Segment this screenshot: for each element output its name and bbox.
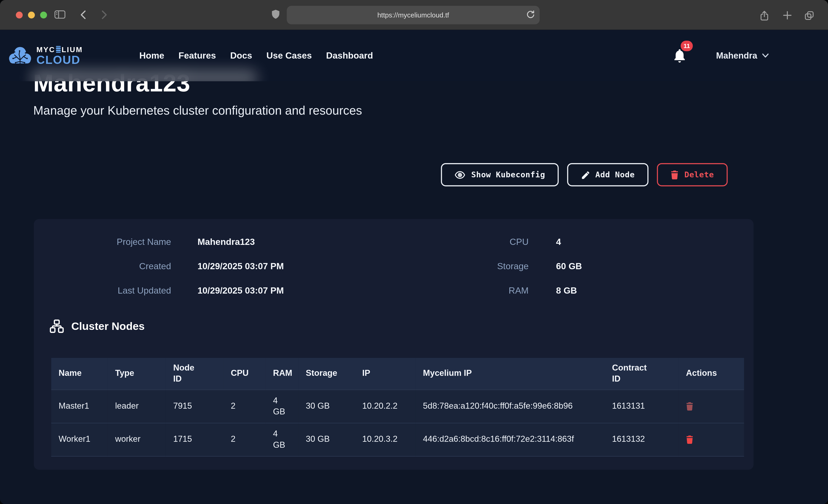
show-kubeconfig-label: Show Kubeconfig bbox=[471, 170, 545, 179]
ram-label: RAM bbox=[382, 285, 529, 297]
created-label: Created bbox=[50, 260, 171, 273]
node-contract-id: 1613132 bbox=[605, 423, 678, 456]
nav-link-home[interactable]: Home bbox=[139, 50, 164, 61]
eye-icon bbox=[455, 171, 465, 178]
table-row: Worker1 worker 1715 2 4 GB 30 GB 10.20.3… bbox=[51, 423, 744, 456]
logo-line1-pre: MYC bbox=[37, 46, 55, 53]
col-cpu: CPU bbox=[223, 358, 266, 390]
main-nav: Home Features Docs Use Cases Dashboard bbox=[139, 50, 373, 61]
cpu-label: CPU bbox=[382, 236, 529, 249]
zoom-window-button[interactable] bbox=[40, 12, 47, 18]
cpu-value: 4 bbox=[556, 236, 672, 249]
node-name: Master1 bbox=[51, 390, 108, 423]
chevron-down-icon bbox=[762, 53, 769, 58]
delete-cluster-button[interactable]: Delete bbox=[657, 163, 728, 186]
delete-node-icon[interactable] bbox=[686, 435, 737, 444]
cluster-info-card: Project Name Mahendra123 Created 10/29/2… bbox=[34, 219, 753, 470]
last-updated-value: 10/29/2025 03:07 PM bbox=[197, 285, 356, 297]
nav-link-features[interactable]: Features bbox=[178, 50, 216, 61]
node-id: 1715 bbox=[166, 423, 223, 456]
node-cpu: 2 bbox=[223, 390, 266, 423]
col-mycelium-ip: Mycelium IP bbox=[415, 358, 605, 390]
minimize-window-button[interactable] bbox=[28, 12, 35, 18]
sidebar-toggle-icon[interactable] bbox=[54, 10, 66, 19]
tab-overview-icon[interactable] bbox=[804, 10, 815, 21]
col-ram: RAM bbox=[266, 358, 298, 390]
reload-icon[interactable] bbox=[526, 10, 535, 19]
node-storage: 30 GB bbox=[298, 390, 355, 423]
address-bar[interactable]: https://myceliumcloud.tf bbox=[287, 6, 540, 24]
add-node-button[interactable]: Add Node bbox=[567, 163, 649, 186]
nav-link-docs[interactable]: Docs bbox=[230, 50, 252, 61]
url-text: https://myceliumcloud.tf bbox=[377, 11, 449, 19]
logo-wordmark: MYC LIUM CLOUD bbox=[37, 46, 83, 66]
mycelium-cloud-logo-icon bbox=[8, 46, 32, 65]
node-mycelium-ip: 5d8:78ea:a120:f40c:ff0f:a5fe:99e6:8b96 bbox=[415, 390, 605, 423]
title-blur-glow bbox=[31, 70, 258, 81]
cluster-nodes-table: Name Type Node ID CPU RAM Storage IP Myc… bbox=[51, 358, 744, 456]
node-contract-id: 1613131 bbox=[605, 390, 678, 423]
back-button[interactable] bbox=[80, 10, 86, 19]
nav-link-dashboard[interactable]: Dashboard bbox=[326, 50, 373, 61]
cluster-actions-row: Show Kubeconfig Add Node bbox=[441, 163, 728, 186]
col-name: Name bbox=[51, 358, 108, 390]
node-ip: 10.20.3.2 bbox=[355, 423, 415, 456]
privacy-shield-icon[interactable] bbox=[272, 9, 280, 20]
page-subtitle: Manage your Kubernetes cluster configura… bbox=[33, 103, 362, 118]
project-name-label: Project Name bbox=[50, 236, 171, 249]
node-name: Worker1 bbox=[51, 423, 108, 456]
node-ip: 10.20.2.2 bbox=[355, 390, 415, 423]
site-viewport: Mahendra123 Manage your Kubernetes clust… bbox=[0, 30, 828, 504]
notifications-button[interactable]: 11 bbox=[673, 49, 686, 63]
col-ip: IP bbox=[355, 358, 415, 390]
browser-chrome: https://myceliumcloud.tf bbox=[0, 0, 828, 30]
logo-stylized-e bbox=[56, 46, 61, 53]
col-contract-id: Contract ID bbox=[605, 358, 678, 390]
last-updated-label: Last Updated bbox=[50, 285, 171, 297]
node-id: 7915 bbox=[166, 390, 223, 423]
ram-value: 8 GB bbox=[556, 285, 672, 297]
table-row: Master1 leader 7915 2 4 GB 30 GB 10.20.2… bbox=[51, 390, 744, 423]
created-value: 10/29/2025 03:07 PM bbox=[197, 260, 356, 273]
forward-button[interactable] bbox=[101, 10, 107, 19]
add-node-label: Add Node bbox=[595, 170, 635, 179]
node-storage: 30 GB bbox=[298, 423, 355, 456]
trash-icon bbox=[671, 170, 678, 179]
cluster-nodes-title: Cluster Nodes bbox=[71, 320, 144, 332]
delete-label: Delete bbox=[685, 170, 714, 179]
table-header-row: Name Type Node ID CPU RAM Storage IP Myc… bbox=[51, 358, 744, 390]
node-ram: 4 GB bbox=[266, 423, 298, 456]
project-name-value: Mahendra123 bbox=[197, 236, 356, 249]
node-mycelium-ip: 446:d2a6:8bcd:8c16:ff0f:72e2:3114:863f bbox=[415, 423, 605, 456]
cluster-info-right: CPU 4 Storage 60 GB RAM 8 GB bbox=[382, 236, 672, 297]
node-ram: 4 GB bbox=[266, 390, 298, 423]
col-node-id: Node ID bbox=[166, 358, 223, 390]
col-storage: Storage bbox=[298, 358, 355, 390]
node-cpu: 2 bbox=[223, 423, 266, 456]
new-tab-icon[interactable] bbox=[782, 10, 793, 21]
user-menu[interactable]: Mahendra bbox=[716, 51, 769, 61]
storage-value: 60 GB bbox=[556, 260, 672, 273]
node-type: worker bbox=[108, 423, 166, 456]
share-icon[interactable] bbox=[759, 10, 770, 21]
logo-line2: CLOUD bbox=[37, 54, 83, 66]
col-type: Type bbox=[108, 358, 166, 390]
nav-link-use-cases[interactable]: Use Cases bbox=[266, 50, 312, 61]
page-content: Mahendra123 Manage your Kubernetes clust… bbox=[0, 30, 828, 504]
close-window-button[interactable] bbox=[16, 12, 23, 18]
show-kubeconfig-button[interactable]: Show Kubeconfig bbox=[441, 163, 559, 186]
node-type: leader bbox=[108, 390, 166, 423]
screenshot-stage: https://myceliumcloud.tf bbox=[0, 0, 828, 504]
delete-node-icon[interactable] bbox=[686, 402, 737, 411]
notification-badge: 11 bbox=[681, 40, 693, 51]
logo-line1-post: LIUM bbox=[61, 46, 83, 53]
network-nodes-icon bbox=[50, 319, 64, 333]
cluster-info-left: Project Name Mahendra123 Created 10/29/2… bbox=[50, 236, 356, 297]
site-logo[interactable]: MYC LIUM CLOUD bbox=[8, 46, 83, 66]
site-header: MYC LIUM CLOUD Home Features Docs Use Ca… bbox=[0, 30, 828, 81]
user-name: Mahendra bbox=[716, 51, 757, 61]
storage-label: Storage bbox=[382, 260, 529, 273]
cluster-nodes-heading: Cluster Nodes bbox=[50, 319, 145, 333]
node-actions bbox=[678, 390, 744, 423]
col-actions: Actions bbox=[678, 358, 744, 390]
